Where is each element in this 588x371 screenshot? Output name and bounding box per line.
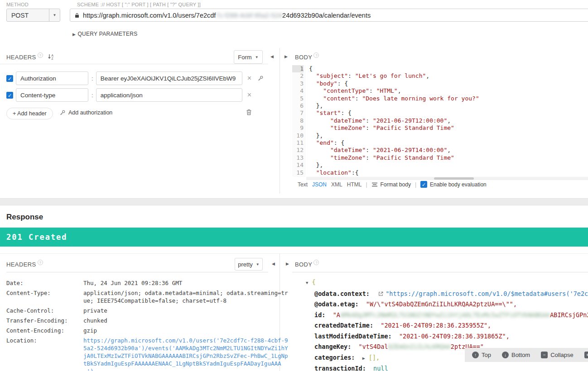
code-line: { — [309, 65, 588, 72]
url-input[interactable]: https://graph.microsoft.com/v1.0/users/7… — [70, 9, 588, 22]
code-line: "dateTime": "2021-06-29T14:00:00", — [309, 147, 588, 154]
caret-down-icon: ▼ — [256, 262, 260, 266]
nav-button-label: Bottom — [511, 352, 530, 358]
response-header-row: Cache-Control:private — [6, 307, 292, 314]
collapse-triangle-icon[interactable]: ▼ — [306, 281, 308, 285]
query-parameters-label: QUERY PARAMETERS — [77, 31, 137, 37]
code-line: }, — [309, 132, 588, 139]
collapse-left-panel-icon[interactable]: ◀ — [272, 262, 275, 266]
code-line: "subject": "Let's go for lunch", — [309, 72, 588, 80]
body-format-tab-xml[interactable]: XML — [331, 181, 342, 188]
code-line: }, — [309, 102, 588, 109]
remove-header-icon[interactable]: × — [247, 91, 251, 99]
add-header-button[interactable]: + Add header — [6, 108, 53, 119]
query-parameters-toggle[interactable]: ▶ QUERY PARAMETERS — [72, 29, 138, 38]
response-header-value: Thu, 24 Jun 2021 09:28:36 GMT — [83, 279, 289, 287]
header-name-input[interactable] — [16, 71, 88, 85]
add-authorization-label: Add authorization — [68, 109, 112, 116]
sort-headers-icon[interactable]: AZ — [48, 53, 55, 60]
json-nav-bottom-button[interactable]: ↓Bottom — [502, 352, 530, 358]
request-headers-header: HEADERS? AZ — [6, 52, 55, 61]
section-divider — [0, 198, 588, 205]
pretty-mode-value: pretty — [238, 261, 253, 268]
body-format-bar: TextJSONXMLHTML | Format body | Enable b… — [298, 181, 487, 188]
line-number: 9 — [292, 124, 304, 132]
header-enabled-checkbox[interactable] — [6, 92, 13, 99]
panel-divider — [280, 48, 280, 194]
body-format-tab-html[interactable]: HTML — [347, 181, 362, 188]
json-value-string: "2021-06-24T09:28:36.391865Z", — [399, 333, 510, 340]
external-link-icon[interactable] — [378, 291, 384, 297]
json-property-line: @odata.etag: "W/\"vtS4DabQZEmGnZiILhLKRQ… — [292, 299, 588, 310]
method-select[interactable]: POST ▼ — [6, 9, 60, 22]
response-headers-header: HEADERS? — [6, 260, 43, 268]
expand-triangle-icon[interactable]: ▶ — [362, 356, 365, 361]
horizontal-scrollbar[interactable] — [306, 177, 588, 180]
request-headers-list: :×:× — [6, 71, 278, 105]
nav-button-label: Top — [482, 352, 491, 358]
json-nav-open-button[interactable]: +Open — [584, 352, 588, 358]
line-number: 1 — [292, 65, 304, 72]
rest-client-app: METHOD SCHEME :// HOST [ ":" PORT ] [ PA… — [0, 0, 588, 371]
caret-down-icon: ▼ — [255, 55, 259, 59]
body-format-tab-json[interactable]: JSON — [312, 181, 327, 188]
scheme-label: SCHEME :// HOST [ ":" PORT ] [ PATH [ "?… — [77, 2, 201, 7]
header-value-input[interactable] — [96, 88, 242, 102]
pretty-mode-dropdown[interactable]: pretty▼ — [235, 258, 263, 271]
line-number: 12 — [292, 147, 304, 154]
collapse-right-panel-icon[interactable]: ▶ — [284, 54, 288, 59]
request-body-editor[interactable]: 123456789101112131415 { "subject": "Let'… — [292, 65, 588, 177]
line-number-gutter: 123456789101112131415 — [292, 65, 306, 177]
collapse-left-panel-icon[interactable]: ◀ — [270, 54, 274, 59]
line-number: 8 — [292, 117, 304, 124]
header-enabled-checkbox[interactable] — [6, 75, 13, 82]
response-header-value[interactable]: https://graph.microsoft.com/v1.0/users('… — [83, 337, 289, 371]
json-value-link[interactable]: "https://graph.microsoft.com/v1.0/$metad… — [386, 290, 588, 297]
json-nav-collapse-button[interactable]: −Collapse — [541, 352, 574, 358]
scrollbar-thumb[interactable] — [434, 177, 474, 180]
delete-headers-icon[interactable] — [246, 109, 252, 118]
format-body-button[interactable]: Format body — [381, 181, 411, 188]
collapse-right-panel-icon[interactable]: ▶ — [286, 262, 289, 266]
help-icon[interactable]: ? — [38, 52, 43, 58]
json-nav-top-button[interactable]: ↑Top — [472, 352, 491, 358]
response-header-name: Content-Type: — [6, 289, 83, 304]
enable-body-evaluation-checkbox[interactable] — [420, 181, 427, 188]
format-body-icon — [371, 182, 378, 187]
enable-body-evaluation-label: Enable body evaluation — [430, 181, 487, 188]
header-row: :× — [6, 88, 278, 102]
remove-header-icon[interactable]: × — [247, 74, 251, 82]
code-area[interactable]: { "subject": "Let's go for lunch", "body… — [306, 65, 588, 177]
line-number: 3 — [292, 80, 304, 87]
code-line: "timeZone": "Pacific Standard Time" — [309, 154, 588, 162]
response-header-row: Transfer-Encoding:chunked — [6, 317, 292, 324]
line-number: 10 — [292, 132, 304, 139]
header-colon: : — [92, 75, 93, 82]
response-header-name: Transfer-Encoding: — [6, 317, 83, 324]
help-icon[interactable]: ? — [38, 260, 43, 265]
help-icon[interactable]: ? — [313, 260, 319, 265]
json-value-string: "AAMkADg3MTc2NmM2LTU1NGItNDYwZi1hYjA0LTE… — [333, 311, 588, 319]
json-property-line: createdDateTime: "2021-06-24T09:28:36.23… — [292, 320, 588, 331]
code-line: "location":{ — [309, 169, 588, 176]
svg-text:A: A — [52, 54, 54, 57]
form-mode-dropdown[interactable]: Form▼ — [234, 50, 263, 64]
json-key: changeKey: — [314, 343, 351, 350]
body-format-tab-text[interactable]: Text — [298, 181, 308, 188]
auth-key-icon[interactable] — [257, 75, 264, 81]
header-name-input[interactable] — [16, 88, 88, 102]
header-value-input[interactable] — [96, 71, 242, 85]
circle-up-icon: ↑ — [472, 352, 479, 358]
divider: | — [366, 181, 367, 188]
body-section-label: BODY — [295, 261, 312, 268]
response-header-value: private — [83, 307, 289, 314]
help-icon[interactable]: ? — [313, 52, 319, 58]
response-header-name: Content-Encoding: — [6, 327, 83, 334]
add-authorization-button[interactable]: Add authorization — [59, 109, 112, 116]
code-line: "timeZone": "Pacific Standard Time" — [309, 124, 588, 132]
json-key: transactionId: — [314, 365, 366, 371]
method-label: METHOD — [6, 2, 29, 7]
chevron-down-icon[interactable]: ▼ — [49, 9, 60, 21]
json-key: lastModifiedDateTime: — [314, 333, 392, 340]
square-plus-icon: + — [584, 352, 588, 358]
